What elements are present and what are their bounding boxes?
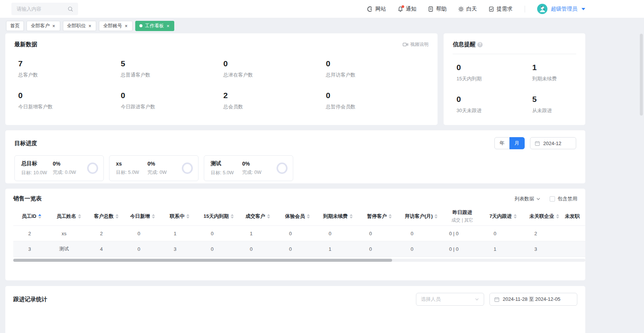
table-column-header[interactable]: 7天内跟进 [483,213,524,220]
tab-label: 工作看板 [145,23,164,29]
list-data-dropdown[interactable]: 列表数据 [514,195,541,202]
goal-item[interactable]: xs 目标: 5.0W 0% 完成: 0W [109,155,199,181]
table-cell: 0 [350,231,391,236]
sort-carets-icon[interactable] [350,214,353,219]
tab[interactable]: 全部职位 × [63,21,97,31]
date-range-value: 2024-11-28 至 2024-12-05 [503,296,560,303]
stat-value: 0 [456,95,532,104]
include-disabled-toggle[interactable]: 包含禁用 [550,195,577,202]
user-menu[interactable]: 超级管理员 [537,4,585,14]
goal-done: 完成: 0.0W [53,169,87,176]
tab-close-icon[interactable]: × [52,23,56,29]
table-column-header[interactable]: 暂停客户 [358,213,400,220]
stat-item: 0 15天内到期 [456,63,532,82]
info-reminder-title: 信息提醒 [453,41,475,48]
table-column-header[interactable]: 成交客户 [238,213,277,220]
column-label: 员工ID [22,213,36,220]
sort-carets-icon[interactable] [116,214,119,219]
month-picker[interactable]: 2024-12 [530,137,576,149]
video-help-link[interactable]: 视频说明 [403,41,428,48]
question-icon[interactable]: ? [477,42,483,47]
chevron-down-icon [581,8,585,10]
table-cell: 0 [271,231,310,236]
column-label: 暂停客户 [367,213,387,220]
search-input[interactable] [16,6,64,12]
goal-done: 完成: 0W [147,169,182,176]
stat-value: 2 [224,91,326,100]
stat-value: 0 [18,91,121,100]
table-column-header[interactable]: 员工姓名 [50,213,88,220]
period-year-button[interactable]: 年 [494,137,510,149]
nav-label: 提需求 [497,6,513,13]
horizontal-scrollbar-thumb[interactable] [13,259,392,262]
vertical-scrollbar-thumb[interactable] [640,34,643,116]
nav-item-help[interactable]: 帮助 [428,6,447,13]
stat-item: 0 总拜访客户数 [326,59,428,78]
goal-progress-card: 目标进度 年 月 2024-12 总目标 [5,130,585,183]
progress-ring [277,163,288,174]
search-icon[interactable] [67,6,73,12]
table-column-header[interactable]: 客户总数 [88,213,125,220]
sort-carets-icon[interactable] [556,214,559,219]
table-column-header[interactable]: 员工ID [13,213,50,220]
tab-close-icon[interactable]: × [166,23,170,29]
sort-carets-icon[interactable] [186,214,189,219]
goal-name: 总目标 [21,160,53,167]
sort-carets-icon[interactable] [267,214,270,219]
global-search[interactable] [11,3,78,15]
table-column-header[interactable]: 15天内到期 [199,213,238,220]
stat-label: 今日跟进客户数 [121,103,224,110]
stat-label: 30天未跟进 [456,107,532,114]
date-range-picker[interactable]: 2024-11-28 至 2024-12-05 [489,293,577,306]
tab[interactable]: 工作看板 × [135,21,175,31]
horizontal-scrollbar-track [13,259,585,262]
main-content: 最新数据 视频说明 7 总客户数 5 总普通客户数 [5,33,585,333]
sort-carets-icon[interactable] [514,214,517,219]
tab-close-icon[interactable]: × [124,23,128,29]
column-label: 今日新增 [130,213,150,220]
tab[interactable]: 全部账号 × [99,21,133,31]
table-column-header[interactable]: 今日新增 [125,213,160,220]
include-disabled-checkbox[interactable] [550,196,555,202]
person-select[interactable]: 选择人员 [416,293,484,306]
goal-item[interactable]: 测试 目标: 5.0W 0% 完成: 0W [204,155,293,181]
nav-item-theme-day[interactable]: 白天 [458,6,477,13]
sort-carets-icon[interactable] [307,214,310,219]
column-label: 7天内跟进 [489,213,512,220]
goal-item[interactable]: 总目标 目标: 10.0W 0% 完成: 0.0W [14,155,104,181]
stat-value: 5 [121,59,224,68]
table-column-header[interactable]: 未关联企业 [524,213,565,220]
stat-value: 0 [326,59,428,68]
nav-item-request[interactable]: 提需求 [488,6,513,13]
sort-carets-icon[interactable] [78,214,81,219]
tab[interactable]: 全部客户 × [27,21,60,31]
help-doc-icon [428,6,434,12]
stat-item: 5 从未跟进 [532,95,576,114]
table-cell: 0 [391,231,433,236]
sort-carets-icon[interactable] [38,214,41,219]
table-column-header[interactable]: 联系中 [160,213,199,220]
goal-percent: 0% [242,161,277,167]
sort-carets-icon[interactable] [152,214,155,219]
nav-item-website[interactable]: 网站 [367,6,386,13]
period-toggle: 年 月 [494,137,525,149]
period-month-button[interactable]: 月 [510,137,525,149]
user-name: 超级管理员 [551,6,577,13]
table-column-header[interactable]: 未发职 [565,213,580,220]
table-cell: 测试 [46,245,82,252]
table-row[interactable]: 3测试4030001000 | 013 [13,241,585,257]
sort-carets-icon[interactable] [389,214,392,219]
stat-label: 从未跟进 [532,107,576,114]
tab[interactable]: 首页 [6,21,24,31]
table-column-header[interactable]: 到期未续费 [317,213,358,220]
nav-item-notifications[interactable]: 通知 [397,6,416,13]
stat-item: 5 总普通客户数 [121,59,224,78]
stat-item: 1 到期未续费 [532,63,576,82]
sort-carets-icon[interactable] [435,214,438,219]
table-column-header[interactable]: 拜访客户(月) [400,213,442,220]
tab-close-icon[interactable]: × [88,23,92,29]
sort-carets-icon[interactable] [231,214,234,219]
table-row[interactable]: 2xs2010100000 | 002 [13,226,585,241]
table-column-header[interactable]: 昨日跟进 成交 | 其它 [442,209,483,224]
table-column-header[interactable]: 体验会员 [277,213,317,220]
